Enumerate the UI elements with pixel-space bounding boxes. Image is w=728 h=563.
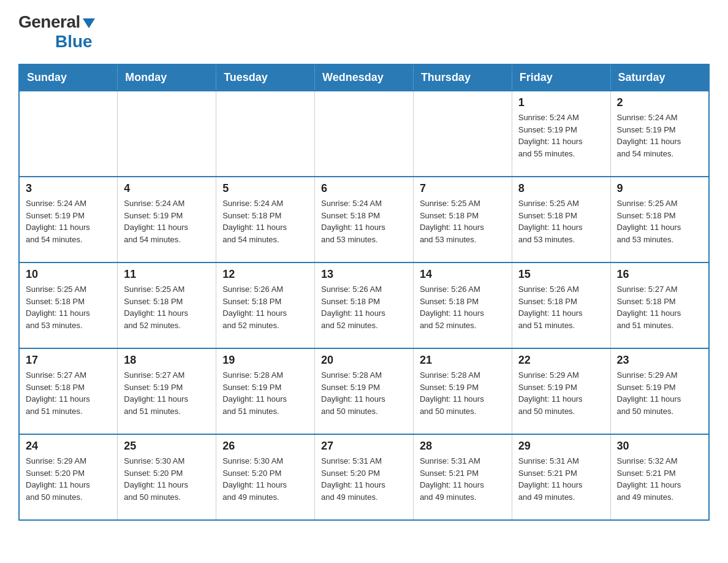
- calendar-cell: [315, 91, 414, 177]
- day-info: Sunrise: 5:29 AMSunset: 5:20 PMDaylight:…: [26, 455, 111, 503]
- day-info: Sunrise: 5:25 AMSunset: 5:18 PMDaylight:…: [617, 197, 702, 245]
- day-number: 29: [518, 440, 604, 453]
- header-day-tuesday: Tuesday: [216, 64, 315, 91]
- day-info: Sunrise: 5:24 AMSunset: 5:18 PMDaylight:…: [321, 197, 407, 245]
- calendar-cell: 2Sunrise: 5:24 AMSunset: 5:19 PMDaylight…: [610, 91, 709, 177]
- day-info: Sunrise: 5:25 AMSunset: 5:18 PMDaylight:…: [420, 197, 506, 245]
- day-number: 4: [124, 182, 210, 195]
- day-number: 26: [222, 440, 308, 453]
- day-info: Sunrise: 5:30 AMSunset: 5:20 PMDaylight:…: [222, 455, 308, 503]
- day-number: 3: [26, 182, 111, 195]
- day-info: Sunrise: 5:27 AMSunset: 5:18 PMDaylight:…: [617, 283, 702, 331]
- calendar-week-5: 24Sunrise: 5:29 AMSunset: 5:20 PMDayligh…: [19, 434, 709, 520]
- day-info: Sunrise: 5:28 AMSunset: 5:19 PMDaylight:…: [321, 369, 407, 417]
- day-info: Sunrise: 5:31 AMSunset: 5:21 PMDaylight:…: [518, 455, 604, 503]
- day-info: Sunrise: 5:29 AMSunset: 5:19 PMDaylight:…: [518, 369, 604, 417]
- day-number: 16: [617, 268, 702, 281]
- day-number: 28: [420, 440, 506, 453]
- day-info: Sunrise: 5:32 AMSunset: 5:21 PMDaylight:…: [617, 455, 702, 503]
- calendar-cell: 17Sunrise: 5:27 AMSunset: 5:18 PMDayligh…: [19, 348, 118, 434]
- day-info: Sunrise: 5:31 AMSunset: 5:21 PMDaylight:…: [420, 455, 506, 503]
- calendar-cell: 30Sunrise: 5:32 AMSunset: 5:21 PMDayligh…: [610, 434, 709, 520]
- day-number: 11: [124, 268, 210, 281]
- day-info: Sunrise: 5:27 AMSunset: 5:19 PMDaylight:…: [124, 369, 210, 417]
- day-number: 20: [321, 354, 407, 367]
- day-info: Sunrise: 5:29 AMSunset: 5:19 PMDaylight:…: [617, 369, 702, 417]
- calendar-week-3: 10Sunrise: 5:25 AMSunset: 5:18 PMDayligh…: [19, 262, 709, 348]
- day-number: 13: [321, 268, 407, 281]
- logo-blue-text: Blue: [55, 32, 93, 52]
- header-day-sunday: Sunday: [19, 64, 118, 91]
- day-number: 23: [617, 354, 702, 367]
- day-info: Sunrise: 5:24 AMSunset: 5:18 PMDaylight:…: [222, 197, 308, 245]
- day-number: 27: [321, 440, 407, 453]
- day-number: 7: [420, 182, 506, 195]
- day-info: Sunrise: 5:24 AMSunset: 5:19 PMDaylight:…: [26, 197, 111, 245]
- day-info: Sunrise: 5:24 AMSunset: 5:19 PMDaylight:…: [518, 112, 604, 159]
- calendar-cell: 18Sunrise: 5:27 AMSunset: 5:19 PMDayligh…: [118, 348, 216, 434]
- day-number: 2: [617, 96, 702, 109]
- calendar-table: SundayMondayTuesdayWednesdayThursdayFrid…: [18, 64, 710, 521]
- calendar-cell: 21Sunrise: 5:28 AMSunset: 5:19 PMDayligh…: [413, 348, 512, 434]
- day-number: 19: [222, 354, 308, 367]
- calendar-week-4: 17Sunrise: 5:27 AMSunset: 5:18 PMDayligh…: [19, 348, 709, 434]
- header-day-monday: Monday: [118, 64, 216, 91]
- day-info: Sunrise: 5:26 AMSunset: 5:18 PMDaylight:…: [222, 283, 308, 331]
- calendar-cell: [19, 91, 118, 177]
- calendar-cell: 27Sunrise: 5:31 AMSunset: 5:20 PMDayligh…: [315, 434, 414, 520]
- day-info: Sunrise: 5:26 AMSunset: 5:18 PMDaylight:…: [321, 283, 407, 331]
- day-number: 30: [617, 440, 702, 453]
- calendar-cell: 7Sunrise: 5:25 AMSunset: 5:18 PMDaylight…: [413, 177, 512, 262]
- calendar-cell: 29Sunrise: 5:31 AMSunset: 5:21 PMDayligh…: [512, 434, 610, 520]
- calendar-cell: 5Sunrise: 5:24 AMSunset: 5:18 PMDaylight…: [216, 177, 315, 262]
- calendar-cell: 12Sunrise: 5:26 AMSunset: 5:18 PMDayligh…: [216, 262, 315, 348]
- header-row: SundayMondayTuesdayWednesdayThursdayFrid…: [19, 64, 709, 91]
- day-info: Sunrise: 5:30 AMSunset: 5:20 PMDaylight:…: [124, 455, 210, 503]
- calendar-cell: [413, 91, 512, 177]
- day-info: Sunrise: 5:26 AMSunset: 5:18 PMDaylight:…: [420, 283, 506, 331]
- day-info: Sunrise: 5:25 AMSunset: 5:18 PMDaylight:…: [26, 283, 111, 331]
- calendar-cell: 3Sunrise: 5:24 AMSunset: 5:19 PMDaylight…: [19, 177, 118, 262]
- header-day-saturday: Saturday: [610, 64, 709, 91]
- header-day-thursday: Thursday: [413, 64, 512, 91]
- calendar-body: 1Sunrise: 5:24 AMSunset: 5:19 PMDaylight…: [19, 91, 709, 520]
- day-info: Sunrise: 5:28 AMSunset: 5:19 PMDaylight:…: [420, 369, 506, 417]
- day-info: Sunrise: 5:28 AMSunset: 5:19 PMDaylight:…: [222, 369, 308, 417]
- calendar-cell: 22Sunrise: 5:29 AMSunset: 5:19 PMDayligh…: [512, 348, 610, 434]
- day-info: Sunrise: 5:26 AMSunset: 5:18 PMDaylight:…: [518, 283, 604, 331]
- calendar-cell: 15Sunrise: 5:26 AMSunset: 5:18 PMDayligh…: [512, 262, 610, 348]
- header-day-wednesday: Wednesday: [315, 64, 414, 91]
- calendar-cell: 11Sunrise: 5:25 AMSunset: 5:18 PMDayligh…: [118, 262, 216, 348]
- day-info: Sunrise: 5:25 AMSunset: 5:18 PMDaylight:…: [124, 283, 210, 331]
- calendar-cell: 6Sunrise: 5:24 AMSunset: 5:18 PMDaylight…: [315, 177, 414, 262]
- day-number: 25: [124, 440, 210, 453]
- day-number: 15: [518, 268, 604, 281]
- day-number: 12: [222, 268, 308, 281]
- day-number: 22: [518, 354, 604, 367]
- calendar-cell: [118, 91, 216, 177]
- calendar-cell: 26Sunrise: 5:30 AMSunset: 5:20 PMDayligh…: [216, 434, 315, 520]
- day-number: 10: [26, 268, 111, 281]
- day-number: 1: [518, 96, 604, 109]
- calendar-cell: 19Sunrise: 5:28 AMSunset: 5:19 PMDayligh…: [216, 348, 315, 434]
- day-info: Sunrise: 5:27 AMSunset: 5:18 PMDaylight:…: [26, 369, 111, 417]
- calendar-cell: 8Sunrise: 5:25 AMSunset: 5:18 PMDaylight…: [512, 177, 610, 262]
- calendar-header: SundayMondayTuesdayWednesdayThursdayFrid…: [19, 64, 709, 91]
- calendar-cell: [216, 91, 315, 177]
- page-header: General Blue: [18, 12, 710, 52]
- calendar-cell: 13Sunrise: 5:26 AMSunset: 5:18 PMDayligh…: [315, 262, 414, 348]
- calendar-cell: 20Sunrise: 5:28 AMSunset: 5:19 PMDayligh…: [315, 348, 414, 434]
- calendar-cell: 25Sunrise: 5:30 AMSunset: 5:20 PMDayligh…: [118, 434, 216, 520]
- calendar-cell: 4Sunrise: 5:24 AMSunset: 5:19 PMDaylight…: [118, 177, 216, 262]
- calendar-cell: 28Sunrise: 5:31 AMSunset: 5:21 PMDayligh…: [413, 434, 512, 520]
- logo-general-text: General: [18, 12, 95, 32]
- day-number: 14: [420, 268, 506, 281]
- day-number: 6: [321, 182, 407, 195]
- day-number: 5: [222, 182, 308, 195]
- day-info: Sunrise: 5:25 AMSunset: 5:18 PMDaylight:…: [518, 197, 604, 245]
- day-info: Sunrise: 5:24 AMSunset: 5:19 PMDaylight:…: [617, 112, 702, 159]
- calendar-cell: 14Sunrise: 5:26 AMSunset: 5:18 PMDayligh…: [413, 262, 512, 348]
- calendar-week-1: 1Sunrise: 5:24 AMSunset: 5:19 PMDaylight…: [19, 91, 709, 177]
- calendar-cell: 24Sunrise: 5:29 AMSunset: 5:20 PMDayligh…: [19, 434, 118, 520]
- calendar-cell: 23Sunrise: 5:29 AMSunset: 5:19 PMDayligh…: [610, 348, 709, 434]
